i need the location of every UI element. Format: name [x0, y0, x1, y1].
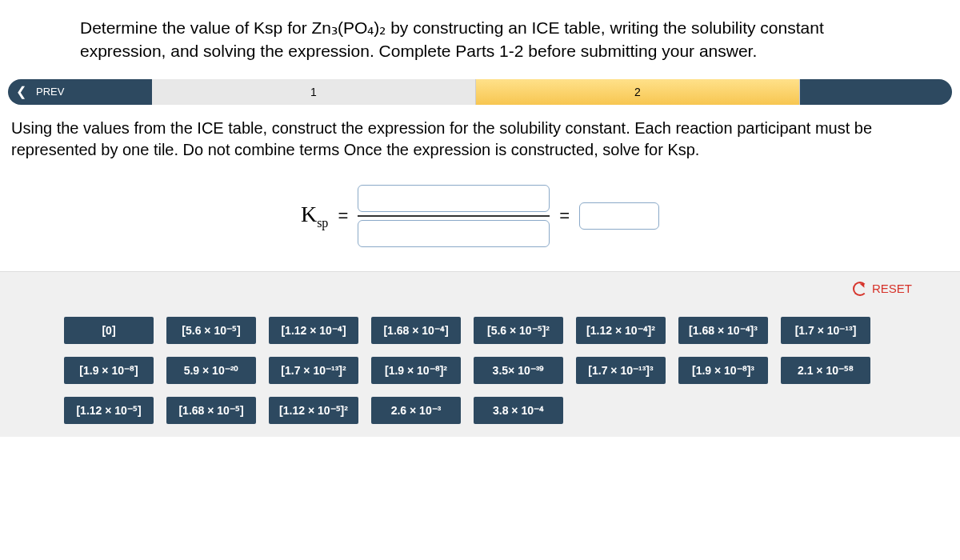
step-2-pill[interactable]: 2 — [476, 79, 800, 105]
nav-end-cap — [800, 79, 952, 105]
answer-tile[interactable]: 2.1 × 10⁻⁵⁸ — [781, 357, 870, 384]
step-1-pill[interactable]: 1 — [152, 79, 476, 105]
answer-tile[interactable]: [1.7 × 10⁻¹³]³ — [576, 357, 666, 384]
reset-button[interactable]: RESET — [853, 282, 912, 296]
answer-tile[interactable]: [1.9 × 10⁻⁸]² — [371, 357, 461, 384]
reset-icon — [853, 282, 867, 296]
answer-tile[interactable]: [1.12 × 10⁻⁵]² — [269, 397, 358, 424]
answer-tile[interactable]: [1.9 × 10⁻⁸] — [64, 357, 154, 384]
tile-row: [1.9 × 10⁻⁸]5.9 × 10⁻²⁰[1.7 × 10⁻¹³]²[1.… — [64, 357, 912, 384]
ksp-sub: sp — [317, 216, 328, 230]
prev-button[interactable]: ❮ PREV — [8, 79, 152, 105]
reset-label: RESET — [872, 282, 912, 295]
equals-sign-1: = — [338, 206, 348, 226]
fraction — [358, 185, 550, 247]
answer-tile[interactable]: [5.6 × 10⁻⁵] — [166, 317, 256, 344]
ksp-letter: K — [301, 202, 317, 226]
answer-tile[interactable]: 3.5× 10⁻³⁹ — [474, 357, 563, 384]
answer-tile[interactable]: [1.7 × 10⁻¹³]² — [269, 357, 358, 384]
question-text: Determine the value of Ksp for Zn₃(PO₄)₂… — [0, 0, 960, 79]
answer-tile[interactable]: [1.68 × 10⁻⁴]³ — [678, 317, 768, 344]
tile-rows: [0][5.6 × 10⁻⁵][1.12 × 10⁻⁴][1.68 × 10⁻⁴… — [64, 285, 912, 424]
answer-tile[interactable]: [1.9 × 10⁻⁸]³ — [678, 357, 768, 384]
prev-label: PREV — [36, 86, 64, 98]
answer-tile[interactable]: [1.68 × 10⁻⁵] — [166, 397, 256, 424]
tiles-area: RESET [0][5.6 × 10⁻⁵][1.12 × 10⁻⁴][1.68 … — [0, 271, 960, 437]
answer-tile[interactable]: [1.68 × 10⁻⁴] — [371, 317, 461, 344]
expression-area: Ksp = = — [0, 170, 960, 271]
tile-row: [1.12 × 10⁻⁵][1.68 × 10⁻⁵][1.12 × 10⁻⁵]²… — [64, 397, 912, 424]
ksp-label: Ksp — [301, 202, 328, 230]
equals-sign-2: = — [559, 206, 570, 226]
answer-tile[interactable]: [1.12 × 10⁻⁴]² — [576, 317, 666, 344]
answer-tile[interactable]: 5.9 × 10⁻²⁰ — [166, 357, 256, 384]
tile-row: [0][5.6 × 10⁻⁵][1.12 × 10⁻⁴][1.68 × 10⁻⁴… — [64, 317, 912, 344]
denominator-drop[interactable] — [358, 220, 550, 247]
answer-tile[interactable]: [1.7 × 10⁻¹³] — [781, 317, 870, 344]
answer-tile[interactable]: 2.6 × 10⁻³ — [371, 397, 461, 424]
answer-tile[interactable]: [5.6 × 10⁻⁵]² — [474, 317, 563, 344]
answer-tile[interactable]: [1.12 × 10⁻⁵] — [64, 397, 154, 424]
fraction-line — [358, 215, 550, 217]
step-instructions: Using the values from the ICE table, con… — [0, 113, 960, 170]
result-drop[interactable] — [579, 202, 659, 230]
answer-tile[interactable]: [0] — [64, 317, 154, 344]
chevron-left-icon: ❮ — [16, 86, 26, 98]
step-nav: ❮ PREV 1 2 — [8, 79, 952, 105]
answer-tile[interactable]: 3.8 × 10⁻⁴ — [474, 397, 563, 424]
answer-tile[interactable]: [1.12 × 10⁻⁴] — [269, 317, 358, 344]
numerator-drop[interactable] — [358, 185, 550, 212]
